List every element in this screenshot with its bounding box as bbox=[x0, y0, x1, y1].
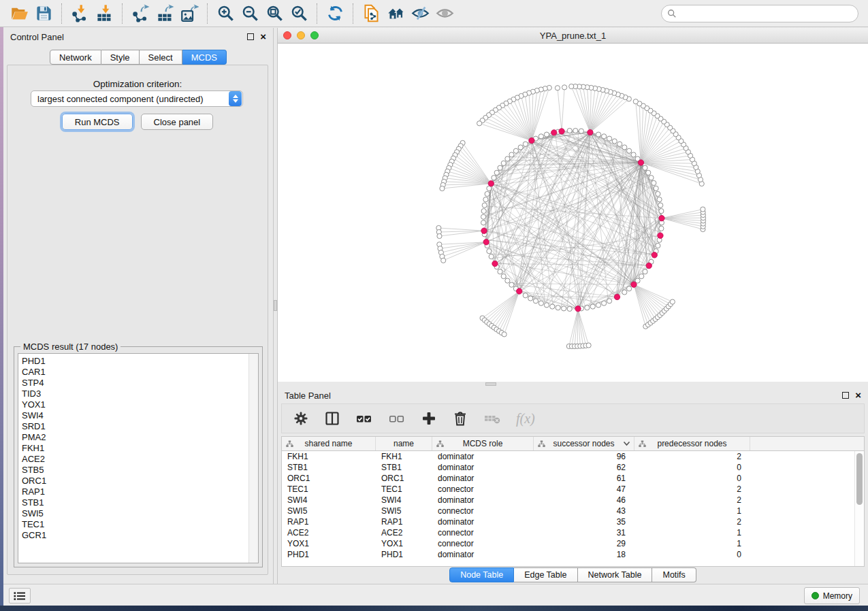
import-table-icon[interactable] bbox=[92, 3, 116, 24]
save-icon[interactable] bbox=[31, 3, 56, 24]
column-header-successor-nodes[interactable]: successor nodes bbox=[534, 437, 634, 450]
mcds-hub-node[interactable] bbox=[575, 306, 581, 312]
mcds-hub-node[interactable] bbox=[483, 240, 489, 245]
mcds-hub-node[interactable] bbox=[659, 216, 664, 221]
table-row[interactable]: YOX1YOX1connector291 bbox=[282, 538, 854, 549]
table-row[interactable]: FKH1FKH1dominator962 bbox=[282, 451, 854, 462]
table-settings-icon[interactable] bbox=[293, 410, 309, 427]
mcds-hub-node[interactable] bbox=[588, 129, 593, 135]
mcds-hub-node[interactable] bbox=[646, 263, 652, 268]
search-box[interactable] bbox=[661, 5, 858, 22]
task-history-button[interactable] bbox=[9, 588, 31, 604]
export-network-icon[interactable] bbox=[128, 3, 152, 24]
mcds-hub-node[interactable] bbox=[658, 233, 663, 238]
float-panel-icon[interactable] bbox=[247, 33, 254, 40]
mcds-result-item[interactable]: YOX1 bbox=[22, 399, 258, 410]
tab-edge-table[interactable]: Edge Table bbox=[514, 567, 577, 582]
network-titlebar[interactable]: YPA_prune.txt_1 bbox=[278, 28, 868, 44]
delete-table-icon[interactable] bbox=[483, 410, 501, 427]
zoom-in-icon[interactable] bbox=[213, 3, 238, 24]
mcds-hub-node[interactable] bbox=[481, 228, 487, 233]
table-row[interactable]: TEC1TEC1connector472 bbox=[282, 484, 854, 495]
select-all-icon[interactable] bbox=[355, 410, 373, 427]
mcds-result-list[interactable]: PHD1CAR1STP4TID3YOX1SWI4SRD1PMA2FKH1ACE2… bbox=[18, 353, 259, 563]
float-panel-icon[interactable] bbox=[842, 392, 849, 399]
run-mcds-button[interactable]: Run MCDS bbox=[62, 114, 133, 130]
tab-style[interactable]: Style bbox=[101, 50, 140, 65]
mcds-hub-node[interactable] bbox=[492, 261, 498, 266]
mcds-result-item[interactable]: GCR1 bbox=[22, 530, 258, 541]
mcds-result-item[interactable]: TID3 bbox=[22, 389, 258, 399]
window-minimize-icon[interactable] bbox=[297, 31, 305, 39]
tab-network[interactable]: Network bbox=[50, 50, 101, 65]
mcds-hub-node[interactable] bbox=[529, 137, 534, 143]
open-file-icon[interactable] bbox=[7, 3, 31, 24]
import-network-icon[interactable] bbox=[67, 3, 92, 24]
show-columns-icon[interactable] bbox=[324, 410, 340, 427]
mcds-result-item[interactable]: STB1 bbox=[22, 497, 258, 508]
mcds-result-item[interactable]: RAP1 bbox=[22, 486, 258, 497]
mcds-result-item[interactable]: FKH1 bbox=[22, 443, 258, 454]
mcds-result-item[interactable]: PHD1 bbox=[22, 356, 258, 367]
function-builder-icon[interactable]: f(x) bbox=[516, 411, 535, 427]
first-neighbors-icon[interactable] bbox=[383, 3, 408, 24]
delete-column-icon[interactable] bbox=[452, 410, 468, 427]
mcds-hub-node[interactable] bbox=[614, 294, 620, 299]
tab-mcds[interactable]: MCDS bbox=[182, 50, 227, 65]
mcds-result-item[interactable]: CAR1 bbox=[22, 367, 258, 378]
memory-button[interactable]: Memory bbox=[804, 587, 860, 604]
tab-network-table[interactable]: Network Table bbox=[578, 567, 653, 582]
mcds-result-item[interactable]: PMA2 bbox=[22, 432, 258, 443]
mcds-hub-node[interactable] bbox=[638, 160, 643, 165]
export-table-icon[interactable] bbox=[152, 3, 177, 24]
splitter-handle[interactable] bbox=[485, 382, 496, 386]
mcds-result-item[interactable]: STB5 bbox=[22, 465, 258, 476]
mcds-result-item[interactable]: ACE2 bbox=[22, 454, 258, 465]
deselect-all-icon[interactable] bbox=[388, 410, 406, 427]
zoom-selected-icon[interactable] bbox=[287, 3, 311, 24]
table-row[interactable]: SWI5SWI5connector431 bbox=[282, 506, 854, 516]
table-row[interactable]: STB1STB1dominator620 bbox=[282, 462, 854, 473]
column-header-predecessor-nodes[interactable]: predecessor nodes bbox=[634, 437, 750, 450]
add-column-icon[interactable] bbox=[421, 410, 437, 427]
mcds-hub-node[interactable] bbox=[488, 181, 494, 186]
window-maximize-icon[interactable] bbox=[310, 31, 319, 39]
new-network-from-selection-icon[interactable] bbox=[359, 3, 383, 24]
zoom-fit-icon[interactable] bbox=[262, 3, 287, 24]
mcds-result-item[interactable]: STP4 bbox=[22, 378, 258, 389]
optimization-criterion-select[interactable]: largest connected component (undirected) bbox=[31, 90, 243, 107]
window-close-icon[interactable] bbox=[283, 31, 291, 39]
hide-selected-icon[interactable] bbox=[408, 3, 432, 24]
mcds-result-scrollbar[interactable] bbox=[248, 354, 258, 563]
mcds-hub-node[interactable] bbox=[517, 288, 522, 294]
refresh-icon[interactable] bbox=[323, 3, 347, 24]
tab-select[interactable]: Select bbox=[140, 50, 182, 65]
table-row[interactable]: ORC1ORC1dominator610 bbox=[282, 473, 854, 484]
scrollbar-thumb[interactable] bbox=[856, 453, 863, 505]
show-all-icon[interactable] bbox=[432, 3, 457, 24]
column-header-MCDS-role[interactable]: MCDS role bbox=[432, 437, 534, 450]
mcds-hub-node[interactable] bbox=[551, 130, 557, 135]
mcds-hub-node[interactable] bbox=[652, 252, 657, 258]
mcds-hub-node[interactable] bbox=[559, 129, 564, 134]
mcds-result-item[interactable]: SWI4 bbox=[22, 410, 258, 421]
export-image-icon[interactable] bbox=[177, 3, 202, 24]
close-panel-button[interactable]: Close panel bbox=[141, 114, 214, 130]
mcds-result-item[interactable]: SRD1 bbox=[22, 421, 258, 432]
mcds-result-item[interactable]: ORC1 bbox=[22, 476, 258, 486]
network-graph[interactable] bbox=[278, 44, 868, 382]
close-panel-icon[interactable]: × bbox=[855, 392, 861, 399]
column-header-shared-name[interactable]: shared name bbox=[282, 437, 376, 450]
table-row[interactable]: PHD1PHD1dominator180 bbox=[282, 549, 854, 560]
splitter-handle[interactable] bbox=[274, 300, 277, 311]
vertical-splitter[interactable] bbox=[273, 28, 278, 584]
zoom-out-icon[interactable] bbox=[238, 3, 262, 24]
network-view[interactable] bbox=[278, 44, 868, 382]
table-row[interactable]: ACE2ACE2connector311 bbox=[282, 527, 854, 538]
close-panel-icon[interactable]: × bbox=[260, 33, 266, 40]
table-scrollbar[interactable] bbox=[854, 451, 864, 566]
column-header-name[interactable]: name bbox=[376, 437, 432, 450]
mcds-result-item[interactable]: TEC1 bbox=[22, 519, 258, 530]
table-row[interactable]: SWI4SWI4dominator462 bbox=[282, 495, 854, 506]
mcds-hub-node[interactable] bbox=[631, 282, 637, 287]
